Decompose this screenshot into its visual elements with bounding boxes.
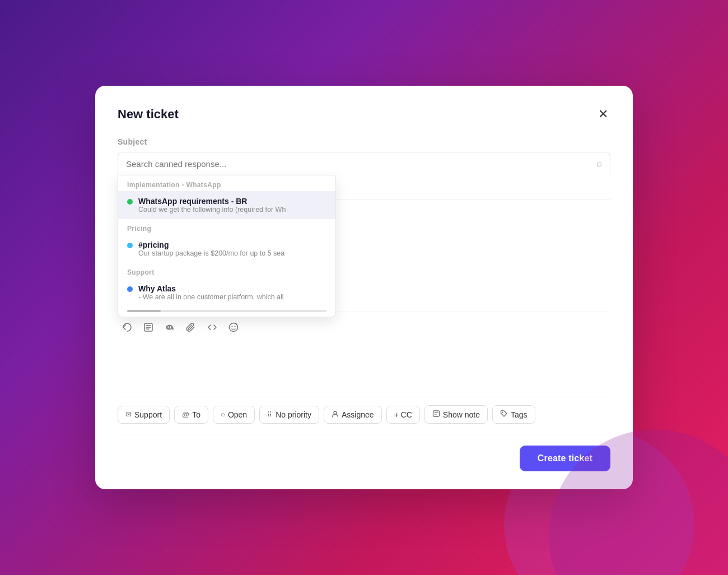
open-chip[interactable]: ○ Open: [213, 406, 255, 424]
no-priority-chip[interactable]: ⠿ No priority: [259, 406, 319, 424]
to-label: To: [192, 410, 200, 419]
canned-item-title-atlas: Why Atlas: [138, 284, 326, 293]
priority-icon: ⠿: [267, 411, 273, 419]
code-icon-btn[interactable]: [203, 319, 222, 338]
support-label: Support: [134, 410, 162, 419]
cc-chip[interactable]: + CC: [386, 406, 420, 424]
group-label-pricing: Pricing: [118, 219, 335, 235]
show-note-label: Show note: [443, 410, 480, 419]
status-dot-green: [127, 199, 133, 205]
svg-point-20: [334, 411, 337, 414]
person-icon: [332, 410, 339, 419]
open-label: Open: [228, 410, 247, 419]
assignee-chip[interactable]: Assignee: [324, 406, 382, 424]
search-icon: ⌕: [596, 158, 602, 169]
mail-icon: ✉: [125, 410, 132, 419]
tags-label: Tags: [511, 410, 528, 419]
svg-point-19: [235, 326, 236, 327]
search-input-wrapper: ⌕: [118, 152, 610, 175]
tag-icon: [500, 410, 508, 419]
note-icon: [432, 410, 440, 419]
at-icon: @: [182, 410, 189, 419]
scrollbar-thumb: [127, 310, 161, 312]
canned-item-content-pricing: #pricing Our startup package is $200/mo …: [138, 240, 326, 257]
canned-item-title-pricing: #pricing: [138, 240, 326, 249]
no-priority-label: No priority: [276, 410, 311, 419]
actions-bar: ✉ Support @ To ○ Open ⠿ No priority: [118, 397, 610, 428]
close-button[interactable]: ✕: [596, 106, 610, 123]
show-note-chip[interactable]: Show note: [424, 405, 488, 424]
canned-item-atlas[interactable]: Why Atlas - We are all in one customer p…: [118, 279, 335, 307]
canned-item-preview: Could we get the following info (require…: [138, 206, 326, 214]
create-ticket-button[interactable]: Create ticket: [520, 446, 610, 471]
modal-footer: Create ticket: [118, 434, 610, 471]
cc-label: + CC: [394, 410, 412, 419]
svg-point-24: [502, 412, 503, 413]
canned-item-content: WhatsApp requirements - BR Could we get …: [138, 197, 326, 214]
group-label-support: Support: [118, 263, 335, 279]
search-input[interactable]: [126, 159, 596, 169]
modal-overlay: New ticket ✕ Subject ⌕ Implementation - …: [0, 0, 728, 575]
new-ticket-modal: New ticket ✕ Subject ⌕ Implementation - …: [95, 86, 633, 489]
canned-item-whatsapp[interactable]: WhatsApp requirements - BR Could we get …: [118, 191, 335, 219]
subject-label: Subject: [118, 137, 610, 146]
support-chip[interactable]: ✉ Support: [118, 406, 170, 424]
canned-dropdown: Implementation - WhatsApp WhatsApp requi…: [118, 175, 336, 317]
mention-icon-btn[interactable]: [160, 319, 179, 338]
emoji-icon-btn[interactable]: [224, 319, 243, 338]
modal-title: New ticket: [118, 107, 179, 122]
reply-icon-btn[interactable]: [118, 319, 137, 338]
assignee-label: Assignee: [342, 410, 374, 419]
scrollbar-track: [127, 310, 326, 312]
group-label-implementation: Implementation - WhatsApp: [118, 175, 335, 191]
attach-icon-btn[interactable]: [181, 319, 200, 338]
canned-item-preview-atlas: - We are all in one customer platform, w…: [138, 293, 326, 301]
svg-rect-21: [433, 411, 439, 416]
circle-icon: ○: [221, 410, 225, 419]
canned-item-content-atlas: Why Atlas - We are all in one customer p…: [138, 284, 326, 301]
tags-chip[interactable]: Tags: [492, 405, 535, 424]
canned-item-pricing[interactable]: #pricing Our startup package is $200/mo …: [118, 235, 335, 263]
svg-point-18: [232, 326, 233, 327]
canned-item-preview-pricing: Our startup package is $200/mo for up to…: [138, 249, 326, 257]
status-dot-light-blue: [127, 243, 133, 248]
to-chip[interactable]: @ To: [174, 406, 208, 424]
search-container: ⌕ Implementation - WhatsApp WhatsApp req…: [118, 152, 610, 175]
book-icon-btn[interactable]: [139, 319, 158, 338]
modal-header: New ticket ✕: [118, 106, 610, 123]
canned-item-title: WhatsApp requirements - BR: [138, 197, 326, 206]
close-icon: ✕: [598, 107, 608, 121]
status-dot-blue: [127, 286, 133, 292]
